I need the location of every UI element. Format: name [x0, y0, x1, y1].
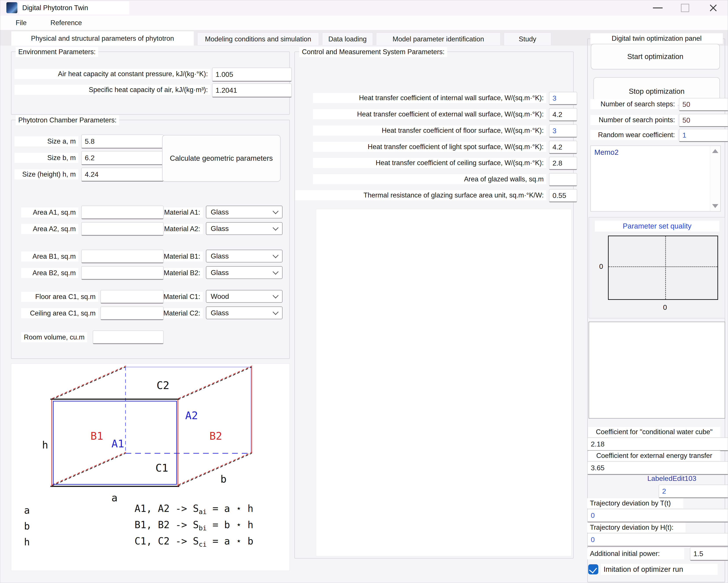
material-c1-select[interactable]: Wood: [206, 290, 283, 303]
size-a-label: Size a, m: [15, 136, 78, 147]
legend-letter-b: b: [24, 521, 30, 532]
ceiling-area-c1-input[interactable]: [100, 307, 164, 320]
memo2-scrollbar[interactable]: [710, 146, 720, 211]
coef-light-spot-input[interactable]: [549, 141, 577, 154]
floor-area-c1-label: Floor area C1, sq.m: [21, 292, 98, 302]
tab-data-loading[interactable]: Data loading: [322, 33, 373, 46]
labelededit103-field[interactable]: [659, 484, 724, 497]
maximize-button[interactable]: [672, 0, 698, 16]
tab-model-identification[interactable]: Model parameter identification: [376, 33, 500, 46]
scroll-down-icon[interactable]: [712, 204, 718, 208]
specific-heat-capacity-field[interactable]: [212, 83, 285, 96]
memo2-text: Memo2: [594, 148, 619, 157]
formula-sbi: B1, B2 -> Sbi = b ⋆ h: [134, 519, 253, 532]
air-heat-capacity-field[interactable]: [212, 68, 285, 80]
search-steps-field[interactable]: [679, 98, 723, 110]
area-b2-field[interactable]: [81, 266, 157, 279]
glazed-walls-area-field[interactable]: [549, 173, 570, 185]
coef-internal-wall-field[interactable]: [549, 92, 570, 104]
trajectory-t-input[interactable]: [587, 509, 728, 523]
area-a1-input[interactable]: [81, 206, 164, 219]
results-listbox[interactable]: [589, 322, 725, 419]
control-measurement-title: Control and Measurement System Parameter…: [299, 47, 447, 57]
coef-energy-transfer-input[interactable]: [587, 461, 728, 475]
size-b-input[interactable]: [81, 151, 164, 165]
material-c2-select[interactable]: Glass: [206, 307, 283, 319]
ceiling-area-c1-field[interactable]: [100, 307, 157, 319]
scroll-up-icon[interactable]: [712, 149, 718, 153]
area-a1-field[interactable]: [81, 206, 157, 218]
minimize-button[interactable]: [645, 0, 671, 16]
start-optimization-button[interactable]: Start optimization: [591, 44, 720, 69]
menu-reference[interactable]: Reference: [48, 16, 84, 30]
chevron-down-icon: [272, 208, 279, 214]
size-h-input[interactable]: [81, 167, 164, 182]
material-b2-label: Material B2:: [164, 268, 203, 278]
labelededit103-input[interactable]: [659, 484, 728, 498]
menu-file[interactable]: File: [14, 16, 29, 30]
coef-floor-input[interactable]: [549, 124, 577, 138]
coef-water-cube-field[interactable]: [587, 438, 723, 450]
tab-study[interactable]: Study: [504, 33, 551, 46]
coef-external-wall-input[interactable]: [549, 108, 577, 121]
area-b2-input[interactable]: [81, 266, 164, 280]
coef-ceiling-label: Heat transfer coefficient of ceiling sur…: [313, 158, 546, 168]
area-a2-input[interactable]: [81, 222, 164, 236]
search-points-field[interactable]: [679, 114, 723, 126]
room-volume-input[interactable]: [93, 330, 164, 344]
trajectory-t-field[interactable]: [587, 509, 723, 521]
labelededit103-label: LabeledEdit103: [628, 474, 716, 484]
memo2-textarea[interactable]: Memo2: [590, 145, 721, 212]
size-a-field[interactable]: [81, 134, 157, 147]
material-b2-select[interactable]: Glass: [206, 266, 283, 279]
area-b1-field[interactable]: [81, 250, 157, 262]
material-c1-label: Material C1:: [164, 292, 203, 302]
tab-modeling-conditions[interactable]: Modeling conditions and simulation: [197, 33, 319, 46]
coef-ceiling-field[interactable]: [549, 157, 570, 169]
chamber-diagram-panel: C2 A2 B1 B2 A1 C1 h a b a b h A1, A2 -> …: [11, 364, 290, 571]
diagram-label-h: h: [42, 439, 48, 451]
material-a1-select[interactable]: Glass: [206, 206, 283, 218]
size-b-label: Size b, m: [15, 153, 78, 163]
coef-floor-field[interactable]: [549, 124, 570, 136]
imitation-checkbox[interactable]: [588, 564, 598, 575]
trajectory-h-input[interactable]: [587, 533, 728, 547]
size-h-field[interactable]: [81, 167, 157, 180]
coef-energy-transfer-field[interactable]: [587, 461, 723, 474]
coef-water-cube-input[interactable]: [587, 438, 728, 451]
coef-internal-wall-input[interactable]: [549, 92, 577, 105]
legend-letter-h: h: [24, 536, 30, 548]
material-a2-select[interactable]: Glass: [206, 222, 283, 235]
floor-area-c1-field[interactable]: [100, 290, 157, 302]
search-steps-input[interactable]: [679, 98, 728, 111]
size-a-input[interactable]: [81, 134, 164, 149]
air-heat-capacity-input[interactable]: [212, 68, 292, 82]
tab-physical-parameters[interactable]: Physical and structural parameters of ph…: [11, 31, 194, 46]
coef-light-spot-field[interactable]: [549, 141, 570, 153]
chevron-down-icon: [272, 225, 279, 231]
specific-heat-capacity-input[interactable]: [212, 83, 292, 98]
glazed-walls-area-input[interactable]: [549, 173, 577, 186]
calculate-geometric-parameters-button[interactable]: Calculate geometric parameters: [162, 135, 281, 182]
floor-area-c1-input[interactable]: [100, 290, 164, 303]
size-b-field[interactable]: [81, 151, 157, 164]
additional-power-field[interactable]: [690, 547, 724, 559]
random-wear-field[interactable]: [679, 129, 723, 141]
random-wear-input[interactable]: [679, 129, 728, 142]
material-a2-value: Glass: [211, 224, 229, 233]
specific-heat-capacity-label: Specific heat capacity of air, kJ/(kg·m³…: [15, 85, 210, 95]
material-a2-label: Material A2:: [164, 224, 203, 234]
thermal-resistance-field[interactable]: [549, 189, 570, 201]
material-b1-select[interactable]: Glass: [206, 250, 283, 262]
area-b1-input[interactable]: [81, 250, 164, 263]
thermal-resistance-input[interactable]: [549, 189, 577, 202]
coef-external-wall-field[interactable]: [549, 108, 570, 120]
trajectory-h-field[interactable]: [587, 533, 723, 545]
coef-ceiling-input[interactable]: [549, 157, 577, 170]
close-icon: [709, 3, 718, 12]
room-volume-field[interactable]: [93, 330, 157, 343]
close-button[interactable]: [700, 0, 726, 16]
search-points-input[interactable]: [679, 114, 728, 127]
area-a2-field[interactable]: [81, 222, 157, 235]
additional-power-input[interactable]: [690, 547, 728, 561]
